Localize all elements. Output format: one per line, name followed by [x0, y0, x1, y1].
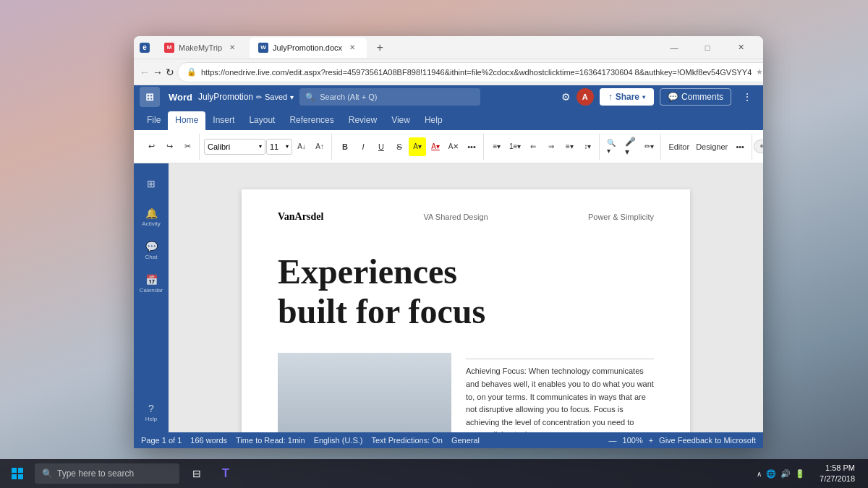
strikethrough-button[interactable]: S	[391, 137, 408, 156]
document-area[interactable]: VanArsdel VA Shared Design Power & Simpl…	[169, 163, 763, 432]
divider-top	[466, 359, 654, 359]
tab-file[interactable]: File	[140, 111, 168, 130]
zoom-out-button[interactable]: —	[609, 436, 617, 445]
taskbar-tray: ∧ 🌐 🔊 🔋 1:58 PM 7/27/2018	[751, 463, 868, 485]
undo-button[interactable]: ↩	[142, 137, 160, 156]
start-button[interactable]	[0, 459, 35, 488]
tab-makemytrip[interactable]: M MakeMyTrip ✕	[156, 38, 247, 58]
tab-word-label: JulyPromotion.docx	[273, 43, 342, 52]
bold-button[interactable]: B	[336, 137, 354, 156]
share-button[interactable]: ↑ Share ▾	[600, 88, 654, 106]
ribbon-right: ⚙ A ↑ Share ▾ 💬 Comments ⋮	[561, 87, 757, 107]
extensions-icon: ★	[756, 67, 763, 77]
comments-button[interactable]: 💬 Comments	[660, 88, 731, 106]
sidebar-waffle[interactable]: ⊞	[137, 169, 166, 198]
more-format-button[interactable]: •••	[463, 137, 480, 156]
address-lock-icon: 🔒	[187, 67, 197, 77]
document-title: Experiences built for focus	[278, 252, 654, 331]
sidebar-help[interactable]: ? Help	[137, 398, 166, 427]
find-button[interactable]: 🔍▾	[604, 137, 621, 156]
desktop: e M MakeMyTrip ✕ W JulyPromotion.docx ✕ …	[0, 0, 868, 488]
taskbar-clock[interactable]: 1:58 PM 7/27/2018	[814, 463, 861, 485]
sidebar-activity[interactable]: 🔔 Activity	[137, 202, 166, 231]
tab-makemytrip-label: MakeMyTrip	[179, 43, 222, 52]
designer-button[interactable]: Designer	[693, 137, 731, 156]
taskbar-search[interactable]: 🔍 Type here to search	[35, 463, 179, 484]
minimize-button[interactable]: —	[658, 36, 691, 59]
review-button[interactable]: ✏▾	[640, 137, 658, 156]
windows-logo	[12, 468, 23, 479]
numbering-button[interactable]: 1≡▾	[506, 137, 524, 156]
status-bar-right: — 100% + Give Feedback to Microsoft	[609, 436, 756, 445]
paragraph-group: ≡▾ 1≡▾ ⇐ ⇒ ≡▾ ↕▾	[485, 134, 600, 160]
editor-button[interactable]: Editor	[665, 137, 692, 156]
maximize-button[interactable]: □	[691, 36, 724, 59]
highlight-button[interactable]: A▾	[409, 137, 426, 156]
sidebar-chat[interactable]: 💬 Chat	[137, 236, 166, 265]
underline-button[interactable]: U	[373, 137, 390, 156]
tab-help[interactable]: Help	[417, 111, 450, 130]
status-words: 166 words	[190, 436, 227, 445]
battery-icon[interactable]: 🔋	[795, 469, 805, 479]
taskbar-search-icon: 🔍	[42, 468, 53, 479]
tab-insert[interactable]: Insert	[205, 111, 242, 130]
word-sidebar-toggle[interactable]: ⊞	[140, 87, 160, 107]
edge-favicon: e	[140, 43, 150, 53]
tab-makemytrip-close[interactable]: ✕	[226, 42, 238, 53]
format-painter-button[interactable]: ✂	[179, 137, 196, 156]
more-options-button[interactable]: ⋮	[737, 87, 757, 107]
font-chevron: ▾	[259, 143, 262, 150]
task-view-button[interactable]: ⊟	[182, 459, 211, 488]
indent-button[interactable]: ⇒	[542, 137, 560, 156]
more-tools-button[interactable]: •••	[731, 137, 749, 156]
main-area: ⊞ 🔔 Activity 💬 Chat 📅 Calendar ? Hel	[134, 163, 763, 432]
teams-taskbar-icon[interactable]: T	[211, 459, 240, 488]
network-icon[interactable]: 🌐	[766, 469, 776, 479]
volume-icon[interactable]: 🔊	[780, 469, 791, 479]
editing-badge[interactable]: ✏ Editing ▾	[754, 140, 763, 153]
status-readtime: Time to Read: 1min	[236, 436, 305, 445]
zoom-level: 100%	[623, 436, 643, 445]
bullets-button[interactable]: ≡▾	[488, 137, 506, 156]
tab-word-close[interactable]: ✕	[346, 42, 358, 53]
outdent-button[interactable]: ⇐	[524, 137, 542, 156]
status-language[interactable]: English (U.S.)	[314, 436, 363, 445]
decrease-font-button[interactable]: A↓	[293, 137, 310, 156]
tab-view[interactable]: View	[384, 111, 417, 130]
font-size-select[interactable]: 11 ▾	[266, 139, 292, 155]
status-feedback[interactable]: Give Feedback to Microsoft	[659, 436, 756, 445]
font-color-button[interactable]: A▾	[427, 137, 444, 156]
gear-icon[interactable]: ⚙	[561, 91, 571, 103]
italic-button[interactable]: I	[354, 137, 372, 156]
back-button[interactable]: ←	[140, 62, 150, 82]
user-avatar[interactable]: A	[576, 88, 594, 106]
close-button[interactable]: ✕	[724, 36, 757, 59]
sidebar-calendar[interactable]: 📅 Calendar	[137, 269, 166, 298]
new-tab-button[interactable]: +	[370, 38, 390, 58]
refresh-button[interactable]: ↻	[166, 62, 174, 82]
tab-home[interactable]: Home	[168, 111, 205, 130]
doc-image	[278, 353, 451, 432]
line-spacing-button[interactable]: ↕▾	[579, 137, 596, 156]
clear-format-button[interactable]: A✕	[445, 137, 462, 156]
align-button[interactable]: ≡▾	[561, 137, 578, 156]
tab-word[interactable]: W JulyPromotion.docx ✕	[250, 38, 367, 58]
browser-titlebar: e M MakeMyTrip ✕ W JulyPromotion.docx ✕ …	[134, 36, 763, 59]
zoom-in-button[interactable]: +	[649, 436, 653, 445]
share-icon: ↑	[608, 92, 613, 102]
status-text-predictions: Text Predictions: On	[371, 436, 442, 445]
status-bar: Page 1 of 1 166 words Time to Read: 1min…	[134, 432, 763, 448]
tab-references[interactable]: References	[282, 111, 341, 130]
microphone-button[interactable]: 🎤▾	[622, 137, 639, 156]
doc-logo: VanArsdel	[278, 211, 323, 223]
tab-layout[interactable]: Layout	[242, 111, 282, 130]
address-bar[interactable]: 🔒 https://onedrive.live.com/edit.aspx?re…	[177, 62, 763, 82]
ribbon-search[interactable]: 🔍 Search (Alt + Q)	[299, 88, 480, 106]
tab-review[interactable]: Review	[341, 111, 384, 130]
font-group: Calibri ▾ 11 ▾ A↓ A↑	[201, 134, 332, 160]
redo-button[interactable]: ↪	[161, 137, 178, 156]
increase-font-button[interactable]: A↑	[311, 137, 328, 156]
font-name-select[interactable]: Calibri ▾	[204, 139, 265, 155]
forward-button[interactable]: →	[153, 62, 163, 82]
tray-caret[interactable]: ∧	[757, 470, 762, 478]
